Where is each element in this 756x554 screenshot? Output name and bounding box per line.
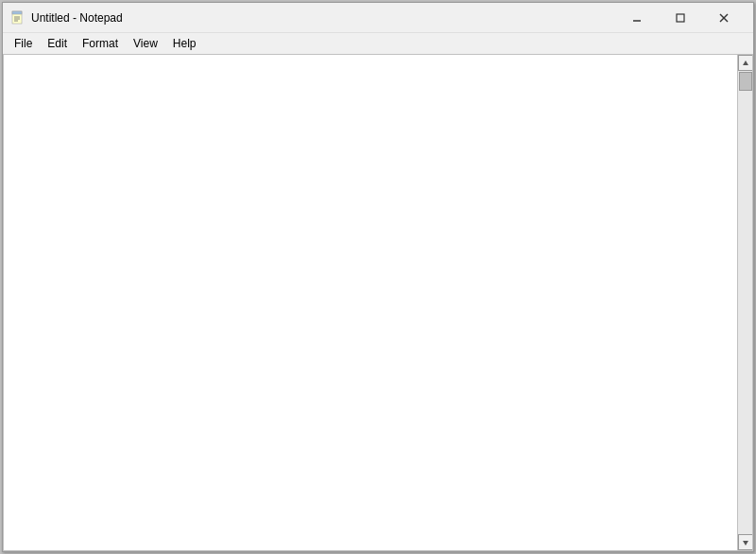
- svg-rect-1: [12, 11, 22, 14]
- text-editor[interactable]: [4, 55, 737, 550]
- close-button[interactable]: [702, 3, 746, 33]
- svg-marker-9: [743, 61, 748, 65]
- svg-rect-6: [677, 14, 684, 22]
- menu-file[interactable]: File: [7, 33, 40, 54]
- maximize-button[interactable]: [659, 3, 702, 33]
- minimize-button[interactable]: [615, 3, 659, 33]
- scroll-thumb[interactable]: [739, 72, 752, 91]
- window-title: Untitled - Notepad: [31, 11, 123, 25]
- menu-bar: File Edit Format View Help: [3, 33, 753, 54]
- text-area-container: [3, 54, 753, 551]
- title-bar-controls: [615, 3, 746, 33]
- menu-edit[interactable]: Edit: [40, 33, 75, 54]
- menu-view[interactable]: View: [126, 33, 165, 54]
- notepad-window: Untitled - Notepad File Edi: [2, 2, 754, 552]
- vertical-scrollbar: [737, 55, 752, 550]
- scroll-down-button[interactable]: [738, 534, 753, 550]
- title-bar: Untitled - Notepad: [3, 3, 753, 33]
- menu-format[interactable]: Format: [75, 33, 126, 54]
- scroll-up-button[interactable]: [738, 55, 753, 71]
- notepad-icon: [10, 10, 26, 26]
- svg-marker-10: [743, 541, 748, 545]
- title-bar-left: Untitled - Notepad: [10, 10, 123, 26]
- scroll-track: [738, 71, 752, 534]
- menu-help[interactable]: Help: [165, 33, 204, 54]
